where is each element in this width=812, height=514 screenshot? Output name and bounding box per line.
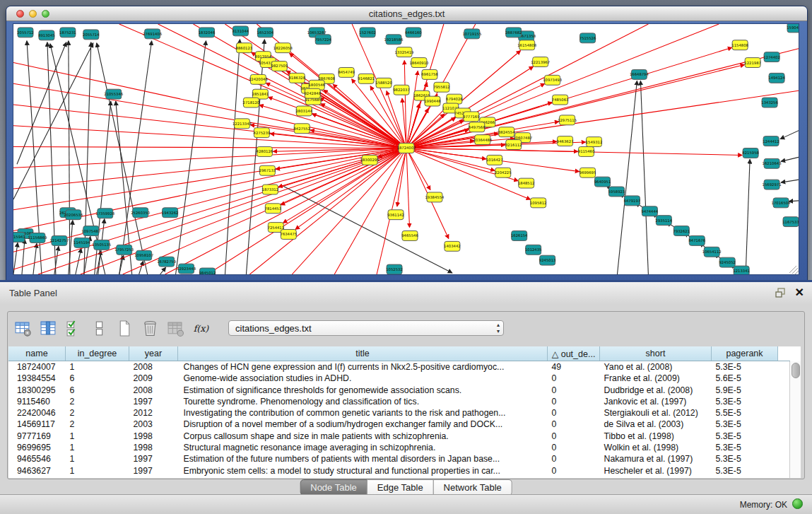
delete-entries-icon[interactable]: [141, 319, 160, 338]
scrollbar-thumb[interactable]: [792, 363, 800, 378]
table-cell[interactable]: 1: [66, 442, 129, 453]
table-cell[interactable]: 0: [548, 385, 600, 396]
column-header-name[interactable]: name: [8, 346, 66, 361]
table-row[interactable]: 1830029562008Estimation of significance …: [8, 385, 790, 396]
table-cell[interactable]: 5.6E-5: [712, 373, 778, 384]
table-cell[interactable]: 0: [548, 465, 600, 477]
new-table-icon[interactable]: [115, 319, 134, 338]
table-cell[interactable]: 1998: [129, 431, 178, 442]
close-panel-icon[interactable]: ✕: [795, 286, 804, 299]
table-cell[interactable]: 19384554: [8, 373, 66, 384]
table-cell[interactable]: 2: [66, 396, 129, 407]
table-cell[interactable]: Jankovic et al. (1997): [600, 396, 712, 407]
table-cell[interactable]: 5.3E-5: [712, 396, 778, 407]
table-row[interactable]: 946554611997Estimation of the future num…: [8, 453, 790, 465]
table-cell[interactable]: 5.5E-5: [712, 407, 778, 419]
table-row[interactable]: 969969511998Structural magnetic resonanc…: [8, 442, 790, 453]
table-cell[interactable]: Genome-wide association studies in ADHD.: [178, 373, 548, 384]
table-cell[interactable]: 9777169: [8, 431, 66, 442]
window-titlebar[interactable]: citations_edges.txt: [6, 6, 807, 21]
table-cell[interactable]: 5.3E-5: [712, 442, 778, 453]
tab-edge-table[interactable]: Edge Table: [367, 479, 434, 496]
table-cell[interactable]: 14569117: [8, 419, 66, 430]
table-cell[interactable]: 5.3E-5: [712, 419, 778, 430]
table-cell[interactable]: Investigating the contribution of common…: [178, 407, 548, 419]
table-selector[interactable]: citations_edges.txt ▴▾: [228, 320, 504, 336]
table-cell[interactable]: 5.9E-5: [712, 385, 778, 396]
select-all-icon[interactable]: [64, 319, 83, 338]
table-cell[interactable]: Estimation of the future numbers of pati…: [178, 453, 548, 465]
table-cell[interactable]: 2008: [129, 361, 178, 373]
table-cell[interactable]: 0: [548, 419, 600, 430]
table-cell[interactable]: 2008: [129, 385, 178, 396]
table-cell[interactable]: Hescheler et al. (1997): [600, 465, 712, 477]
table-cell[interactable]: 6: [66, 385, 129, 396]
table-cell[interactable]: 2: [66, 419, 129, 430]
table-cell[interactable]: 1: [66, 361, 129, 373]
table-cell[interactable]: 5.3E-5: [712, 465, 778, 477]
table-cell[interactable]: Yano et al. (2008): [600, 361, 712, 373]
table-cell[interactable]: 2009: [129, 373, 178, 384]
attribute-table[interactable]: namein_degreeyeartitle△ out_de...shortpa…: [8, 346, 790, 477]
table-cell[interactable]: Disruption of a novel member of a sodium…: [178, 419, 548, 430]
table-cell[interactable]: 1997: [129, 453, 178, 465]
table-cell[interactable]: 1997: [129, 396, 178, 407]
table-cell[interactable]: Embryonic stem cells: a model to study s…: [178, 465, 548, 477]
table-cell[interactable]: 5.3E-5: [712, 453, 778, 465]
table-cell[interactable]: Structural magnetic resonance image aver…: [178, 442, 548, 453]
column-header-year[interactable]: year: [129, 346, 178, 361]
table-cell[interactable]: 0: [548, 453, 600, 465]
table-cell[interactable]: de Silva et al. (2003): [600, 419, 712, 430]
column-header-title[interactable]: title: [178, 346, 548, 361]
table-row[interactable]: 1938455462009Genome-wide association stu…: [8, 373, 790, 384]
table-cell[interactable]: 2003: [129, 419, 178, 430]
column-chooser-icon[interactable]: [39, 319, 58, 338]
table-cell[interactable]: 18724007: [8, 361, 66, 373]
table-cell[interactable]: 0: [548, 396, 600, 407]
table-cell[interactable]: 0: [548, 373, 600, 384]
table-cell[interactable]: 0: [548, 442, 600, 453]
table-cell[interactable]: 1: [66, 453, 129, 465]
table-cell[interactable]: 49: [548, 361, 600, 373]
table-cell[interactable]: 5.3E-5: [712, 361, 778, 373]
table-cell[interactable]: 22420046: [8, 407, 66, 419]
table-cell[interactable]: Stergiakouli et al. (2012): [600, 407, 712, 419]
table-cell[interactable]: Changes of HCN gene expression and I(f) …: [178, 361, 548, 373]
table-cell[interactable]: Estimation of significance thresholds fo…: [178, 385, 548, 396]
network-canvas[interactable]: 2055712891304518752312055714276914061832…: [13, 23, 799, 275]
table-cell[interactable]: 9115460: [8, 396, 66, 407]
table-cell[interactable]: Dudbridge et al. (2008): [600, 385, 712, 396]
table-row[interactable]: 1872400712008Changes of HCN gene express…: [8, 361, 790, 373]
table-row[interactable]: 946362711997Embryonic stem cells: a mode…: [8, 465, 790, 477]
table-cell[interactable]: Nakamura et al. (1997): [600, 453, 712, 465]
table-cell[interactable]: 6: [66, 373, 129, 384]
resize-grip-icon[interactable]: [789, 266, 799, 274]
table-settings-icon[interactable]: [13, 319, 33, 338]
table-cell[interactable]: 18300295: [8, 385, 66, 396]
table-cell[interactable]: 2012: [129, 407, 178, 419]
float-panel-icon[interactable]: [775, 288, 787, 298]
table-cell[interactable]: 2: [66, 407, 129, 419]
function-builder-icon[interactable]: f(x): [192, 319, 211, 338]
tab-node-table[interactable]: Node Table: [300, 479, 367, 496]
table-cell[interactable]: 1: [66, 431, 129, 442]
column-header-in_degree[interactable]: in_degree: [66, 346, 129, 361]
table-cell[interactable]: 0: [548, 431, 600, 442]
table-cell[interactable]: 1: [66, 465, 129, 477]
table-cell[interactable]: 5.3E-5: [712, 431, 778, 442]
table-cell[interactable]: Franke et al. (2009): [600, 373, 712, 384]
column-header-out_de[interactable]: △ out_de...: [548, 346, 600, 361]
table-cell[interactable]: Wolkin et al. (1998): [600, 442, 712, 453]
table-cell[interactable]: 9465546: [8, 453, 66, 465]
column-header-short[interactable]: short: [600, 346, 712, 361]
table-cell[interactable]: 9463627: [8, 465, 66, 477]
table-row[interactable]: 2242004622012Investigating the contribut…: [8, 407, 790, 419]
table-row[interactable]: 977716911998Corpus callosum shape and si…: [8, 431, 790, 442]
table-row[interactable]: 911546021997Tourette syndrome. Phenomeno…: [8, 396, 790, 407]
delete-table-icon[interactable]: [166, 319, 185, 338]
table-cell[interactable]: Corpus callosum shape and size in male p…: [178, 431, 548, 442]
tab-network-table[interactable]: Network Table: [434, 479, 512, 496]
clear-selection-icon[interactable]: [90, 319, 109, 338]
table-cell[interactable]: Tourette syndrome. Phenomenology and cla…: [178, 396, 548, 407]
table-cell[interactable]: 1997: [129, 465, 178, 477]
